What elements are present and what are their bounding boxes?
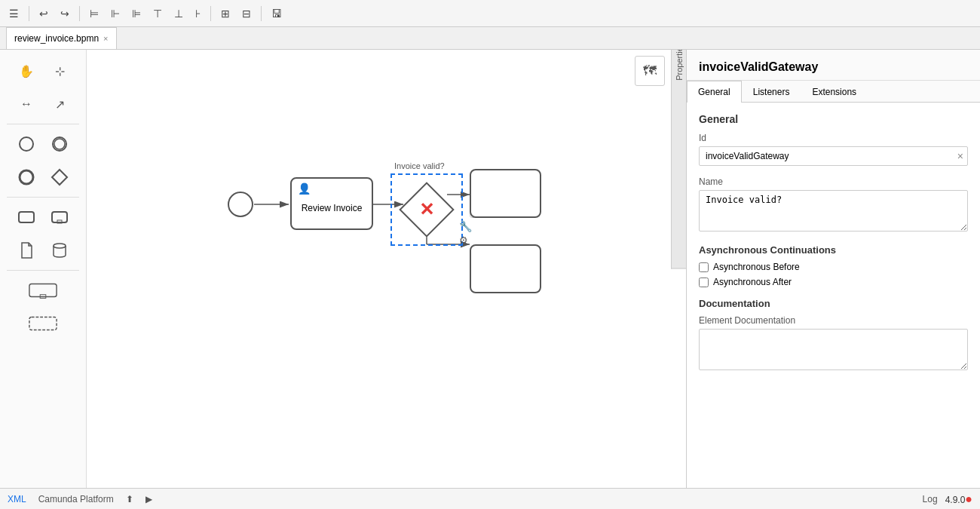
svg-rect-6: [52, 212, 67, 222]
svg-point-3: [20, 170, 33, 184]
palette-row-7: [28, 275, 58, 305]
shape-box-1[interactable]: [470, 169, 541, 218]
main-area: ✋ ⊹ ↔ ↗: [0, 50, 980, 488]
palette-divider-2: [7, 197, 78, 198]
async-before-row: Asynchronous Before: [699, 262, 968, 272]
subprocess-tool[interactable]: [44, 202, 75, 232]
svg-point-18: [228, 192, 253, 216]
palette-row-8: [28, 308, 58, 339]
prop-content: General Id × Name Asynchronous Continuat…: [687, 103, 980, 488]
data-object-tool[interactable]: [11, 235, 41, 265]
svg-rect-5: [19, 212, 34, 222]
doc-label: Element Documentation: [699, 315, 968, 326]
palette-divider-1: [7, 124, 78, 124]
align-center-button[interactable]: ⊩: [106, 5, 124, 23]
palette-row-4: [11, 162, 75, 192]
id-input[interactable]: [699, 146, 968, 166]
distribute-v-button[interactable]: ⊟: [237, 5, 256, 23]
id-clear-button[interactable]: ×: [957, 150, 963, 162]
tab-extensions[interactable]: Extensions: [801, 81, 868, 103]
lasso-tool[interactable]: ⊹: [44, 56, 75, 86]
user-task-icon: 👤: [298, 182, 311, 195]
tab-filename: review_invoice.bpmn: [14, 33, 99, 44]
import-icon[interactable]: ⬆: [126, 494, 133, 504]
space-tool[interactable]: ↔: [11, 89, 41, 119]
tool-palette: ✋ ⊹ ↔ ↗: [0, 50, 87, 488]
async-after-label: Asynchronous After: [713, 277, 792, 287]
tab-listeners[interactable]: Listeners: [742, 81, 801, 103]
connect-tool[interactable]: ↗: [44, 89, 75, 119]
shape-box-2[interactable]: [470, 244, 541, 293]
undo-button[interactable]: ↩: [35, 5, 53, 23]
name-label: Name: [699, 176, 968, 187]
prop-title: invoiceValidGateway: [687, 50, 980, 81]
start-event[interactable]: [227, 191, 254, 220]
properties-panel-toggle[interactable]: Properties Panel: [671, 50, 686, 269]
menu-icon: ☰: [9, 8, 19, 20]
tab-bar: review_invoice.bpmn ×: [0, 27, 980, 50]
svg-rect-11: [29, 317, 57, 330]
ctx-settings-icon[interactable]: 🔧: [459, 220, 472, 232]
invoice-gateway-wrapper[interactable]: ✕: [397, 179, 457, 240]
task-tool[interactable]: [11, 202, 41, 232]
group-tool[interactable]: [28, 308, 58, 339]
gateway-diamond: ✕: [399, 182, 455, 238]
save-button[interactable]: 🖫: [267, 5, 286, 23]
align-bottom-button[interactable]: ⊦: [191, 5, 205, 23]
palette-row-3: [11, 129, 75, 159]
svg-point-8: [54, 244, 66, 248]
status-right: Log 4.9.0●: [923, 492, 972, 506]
expanded-subprocess-tool[interactable]: [28, 275, 58, 305]
properties-panel: invoiceValidGateway General Listeners Ex…: [686, 50, 980, 488]
palette-row-1: ✋ ⊹: [11, 56, 75, 86]
end-event-tool[interactable]: [11, 162, 41, 192]
tab-close-button[interactable]: ×: [103, 34, 108, 43]
platform-label: Camunda Platform: [38, 494, 114, 504]
toolbar-divider-1: [29, 6, 29, 21]
general-section-title: General: [699, 113, 968, 125]
prop-tabs: General Listeners Extensions: [687, 81, 980, 103]
svg-point-2: [54, 139, 65, 149]
start-event-tool[interactable]: [11, 129, 41, 159]
doc-textarea[interactable]: [699, 329, 968, 370]
review-invoice-task[interactable]: 👤 Review Invoice: [290, 177, 373, 230]
menu-button[interactable]: ☰: [5, 5, 23, 23]
overview-button[interactable]: 🗺: [635, 56, 665, 86]
ctx-more-icon[interactable]: ⚙: [459, 235, 468, 246]
diagram-connections: [87, 50, 686, 488]
hand-tool[interactable]: ✋: [11, 56, 41, 86]
async-after-checkbox[interactable]: [699, 277, 709, 287]
id-field: Id ×: [699, 133, 968, 166]
main-toolbar: ☰ ↩ ↪ ⊨ ⊩ ⊫ ⊤ ⊥ ⊦ ⊞ ⊟ 🖫: [0, 0, 980, 27]
tab-general[interactable]: General: [687, 81, 742, 103]
align-left-button[interactable]: ⊨: [85, 5, 103, 23]
log-label[interactable]: Log: [923, 494, 938, 504]
align-middle-button[interactable]: ⊥: [170, 5, 188, 23]
bpmn-canvas[interactable]: 👤 Review Invoice ✕ Invoice valid? 🗑 🔧 ⚙: [87, 50, 686, 488]
palette-row-6: [11, 235, 75, 265]
doc-section-title: Documentation: [699, 298, 968, 309]
palette-divider-3: [7, 270, 78, 271]
gateway-x-mark: ✕: [419, 199, 434, 220]
align-top-button[interactable]: ⊤: [149, 5, 167, 23]
tab-review-invoice[interactable]: review_invoice.bpmn ×: [6, 27, 117, 49]
name-textarea[interactable]: [699, 190, 968, 232]
status-bar: XML Camunda Platform ⬆ ▶ Log 4.9.0●: [0, 488, 980, 509]
id-label: Id: [699, 133, 968, 143]
data-store-tool[interactable]: [44, 235, 75, 265]
redo-button[interactable]: ↪: [56, 5, 74, 23]
distribute-h-button[interactable]: ⊞: [216, 5, 234, 23]
toolbar-divider-3: [210, 6, 211, 21]
async-after-row: Asynchronous After: [699, 277, 968, 287]
id-input-wrap: ×: [699, 146, 968, 166]
async-before-checkbox[interactable]: [699, 262, 709, 272]
gateway-tool[interactable]: [44, 162, 75, 192]
intermediate-event-tool[interactable]: [44, 129, 75, 159]
play-icon[interactable]: ▶: [145, 494, 152, 504]
properties-toggle-label: Properties Panel: [673, 50, 685, 85]
xml-label[interactable]: XML: [8, 494, 26, 504]
align-right-button[interactable]: ⊫: [127, 5, 145, 23]
doc-section: Documentation Element Documentation: [699, 298, 968, 373]
toolbar-divider-4: [261, 6, 262, 21]
svg-marker-4: [52, 170, 67, 185]
